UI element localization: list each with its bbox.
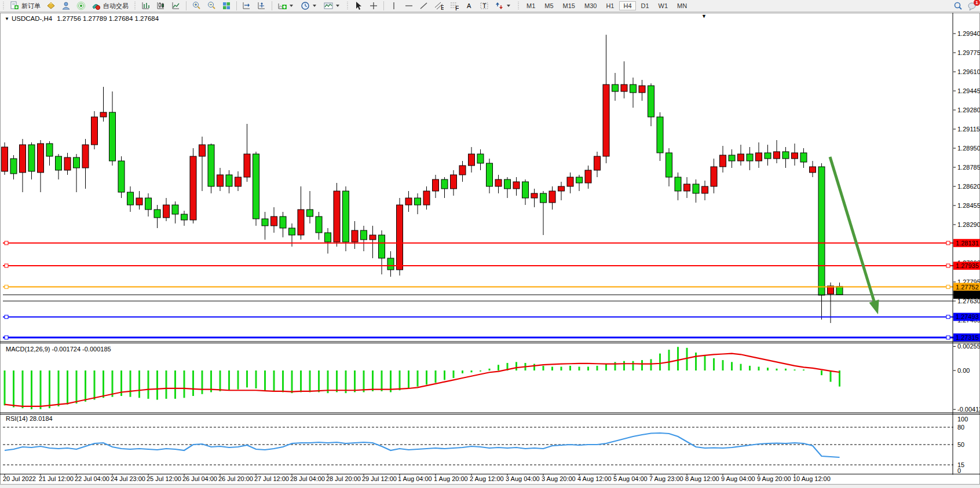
crosshair-window-button[interactable] xyxy=(254,1,269,12)
mt-terminal-window: 新订单 自动交易 xyxy=(0,0,980,488)
svg-text:80: 80 xyxy=(957,424,964,431)
main-toolbar: 新订单 自动交易 xyxy=(0,0,980,12)
zoom-in-button[interactable] xyxy=(189,1,204,12)
chart-title-bar: ▼USDCAD-,H41.27756 1.27789 1.27684 1.276… xyxy=(5,15,159,22)
svg-text:21 Jul 12:00: 21 Jul 12:00 xyxy=(39,475,74,482)
svg-text:A: A xyxy=(467,2,471,9)
hline-handle-right[interactable] xyxy=(946,285,950,289)
chart-canvas[interactable]: 1.299401.297751.296101.294451.292801.291… xyxy=(0,13,980,488)
trendline-tool-button[interactable] xyxy=(416,1,432,12)
profile-icon xyxy=(61,1,71,10)
svg-text:1.27493: 1.27493 xyxy=(956,313,979,320)
svg-text:50: 50 xyxy=(957,441,964,448)
toolbar-grip[interactable] xyxy=(346,2,349,10)
autotrading-label: 自动交易 xyxy=(103,2,129,10)
svg-text:3 Aug 20:00: 3 Aug 20:00 xyxy=(542,475,576,482)
tab-m30[interactable]: M30 xyxy=(580,1,601,10)
search-icon[interactable] xyxy=(953,2,963,11)
chart-dropdown-icon[interactable]: ▼ xyxy=(5,16,9,21)
autotrading-button[interactable]: 自动交易 xyxy=(89,1,131,12)
add-indicator-button[interactable] xyxy=(275,1,298,12)
svg-text:1 Aug 20:00: 1 Aug 20:00 xyxy=(434,475,468,482)
equidistant-channel-tool-button[interactable]: E xyxy=(432,1,447,12)
chart-window: ▼USDCAD-,H41.27756 1.27789 1.27684 1.276… xyxy=(0,13,980,488)
svg-text:1 Aug 04:00: 1 Aug 04:00 xyxy=(398,475,432,482)
template-dropdown-arrow[interactable] xyxy=(336,5,339,7)
svg-text:1.28950: 1.28950 xyxy=(957,145,980,152)
fibonacci-tool-button[interactable]: F xyxy=(447,1,462,12)
svg-text:26 Jul 20:00: 26 Jul 20:00 xyxy=(218,475,253,482)
arrows-dropdown-arrow[interactable] xyxy=(507,5,510,7)
tab-m1[interactable]: M1 xyxy=(522,1,539,10)
hline-handle-left[interactable] xyxy=(5,315,8,318)
chart-ohlc-quotes: 1.27756 1.27789 1.27684 1.27684 xyxy=(57,15,159,22)
zoom-out-button[interactable] xyxy=(204,1,219,12)
svg-text:1.28455: 1.28455 xyxy=(957,202,980,209)
profile-button[interactable] xyxy=(58,1,74,12)
new-order-button[interactable]: 新订单 xyxy=(7,1,43,12)
svg-text:2 Aug 12:00: 2 Aug 12:00 xyxy=(470,475,504,482)
hline-handle-right[interactable] xyxy=(946,336,950,339)
svg-text:1.29940: 1.29940 xyxy=(957,30,980,37)
svg-text:9 Aug 04:00: 9 Aug 04:00 xyxy=(721,475,755,482)
indicator-window-button[interactable] xyxy=(239,1,254,12)
hline-handle-left[interactable] xyxy=(5,336,8,339)
toolbar-grip[interactable] xyxy=(517,2,520,10)
template-button[interactable] xyxy=(321,1,344,12)
svg-text:1.29775: 1.29775 xyxy=(957,49,980,56)
line-chart-icon xyxy=(171,1,181,10)
hline-handle-left[interactable] xyxy=(5,264,8,267)
bar-chart-button[interactable] xyxy=(138,1,153,12)
svg-text:7 Aug 23:00: 7 Aug 23:00 xyxy=(649,475,683,482)
tab-m15[interactable]: M15 xyxy=(559,1,579,10)
vertical-line-tool-button[interactable] xyxy=(386,1,401,12)
tab-d1[interactable]: D1 xyxy=(637,1,653,10)
hline-handle-left[interactable] xyxy=(5,285,8,289)
svg-text:-0.004124: -0.004124 xyxy=(957,406,980,413)
arrows-tool-button[interactable] xyxy=(492,1,515,12)
text-label-icon: T xyxy=(480,1,489,10)
svg-text:1.29610: 1.29610 xyxy=(957,68,980,75)
period-dropdown-arrow[interactable] xyxy=(313,5,316,7)
tab-w1[interactable]: W1 xyxy=(654,1,672,10)
svg-text:28 Jul 04:00: 28 Jul 04:00 xyxy=(290,475,325,482)
toolbar-grip[interactable] xyxy=(2,2,5,10)
signal-button[interactable] xyxy=(74,1,89,12)
equidistant-channel-icon: E xyxy=(434,1,444,10)
tab-mn[interactable]: MN xyxy=(673,1,691,10)
horizontal-line-tool-button[interactable] xyxy=(401,1,416,12)
signal-icon xyxy=(76,1,86,10)
hline-handle-right[interactable] xyxy=(946,264,950,267)
svg-text:T: T xyxy=(482,2,487,9)
svg-text:1.27752: 1.27752 xyxy=(956,284,979,291)
toolbar-grip[interactable] xyxy=(134,2,136,10)
cursor-tool-button[interactable] xyxy=(351,1,366,12)
tile-windows-icon xyxy=(222,1,231,10)
svg-text:100: 100 xyxy=(957,416,968,423)
text-label-tool-button[interactable]: T xyxy=(477,1,492,12)
chart-collapse-marker[interactable]: ▼ xyxy=(701,13,707,19)
notifications-icon[interactable]: 1 xyxy=(967,2,977,11)
template-icon xyxy=(324,1,333,10)
tab-h1[interactable]: H1 xyxy=(602,1,618,10)
tab-m5[interactable]: M5 xyxy=(540,1,557,10)
candlestick-chart-button[interactable] xyxy=(153,1,169,12)
hline-handle-right[interactable] xyxy=(946,315,950,318)
notification-badge: 1 xyxy=(974,0,980,6)
period-button[interactable] xyxy=(298,1,321,12)
hline-handle-left[interactable] xyxy=(5,241,8,245)
line-chart-button[interactable] xyxy=(169,1,184,12)
add-indicator-dropdown-arrow[interactable] xyxy=(290,5,293,7)
horizontal-line-icon xyxy=(404,1,414,10)
hline-handle-right[interactable] xyxy=(946,241,950,245)
tile-windows-button[interactable] xyxy=(219,1,234,12)
crosshair-tool-button[interactable] xyxy=(366,1,381,12)
bar-chart-icon xyxy=(141,1,151,10)
gold-button[interactable] xyxy=(43,1,58,12)
svg-text:1.29115: 1.29115 xyxy=(957,126,980,133)
svg-text:27 Jul 12:00: 27 Jul 12:00 xyxy=(254,475,289,482)
vertical-line-icon xyxy=(389,1,398,10)
svg-text:10 Aug 12:00: 10 Aug 12:00 xyxy=(793,475,831,482)
text-tool-button[interactable]: A xyxy=(462,1,477,12)
tab-h4[interactable]: H4 xyxy=(619,1,635,10)
